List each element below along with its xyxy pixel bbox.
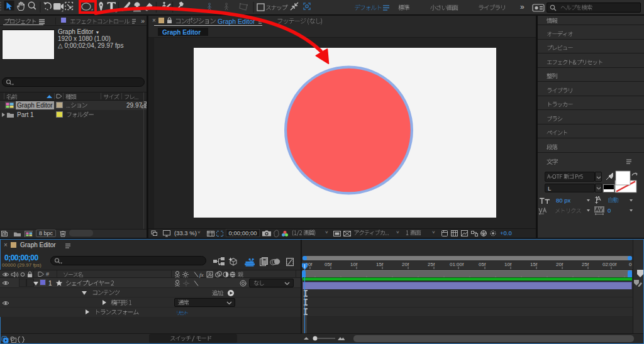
svg-text:fx: fx: [199, 272, 204, 278]
